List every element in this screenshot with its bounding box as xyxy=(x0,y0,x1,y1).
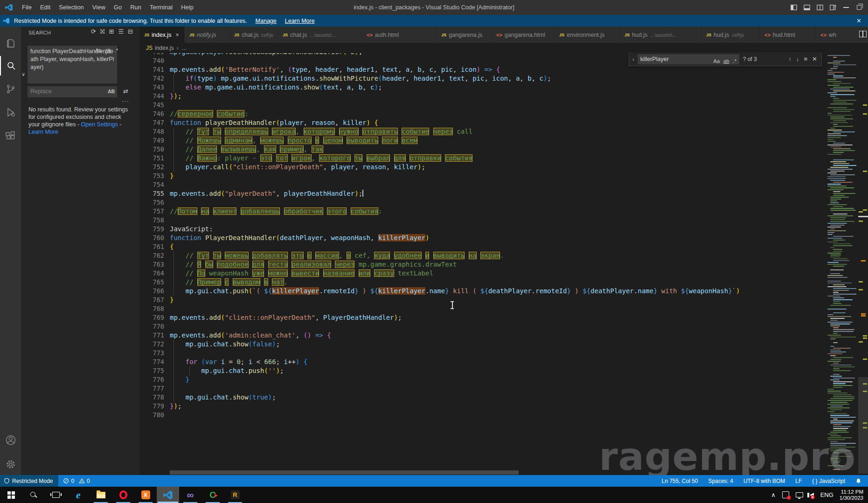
code-line[interactable]: 745 xyxy=(139,101,827,110)
match-whole-word-icon[interactable]: ab xyxy=(104,47,111,54)
run-debug-icon[interactable] xyxy=(0,103,21,122)
clear-search-results-icon[interactable]: ⛝ xyxy=(100,28,105,35)
opera-taskbar-icon[interactable] xyxy=(112,487,134,503)
find-previous-icon[interactable]: ↑ xyxy=(789,55,792,62)
menu-go[interactable]: Go xyxy=(110,0,126,15)
collapse-all-icon[interactable]: ⊟ xyxy=(128,28,133,35)
code-line[interactable]: 765 // Пример с выводом в чат. xyxy=(139,278,827,287)
search-icon[interactable] xyxy=(0,56,21,76)
tab-gangarena.js[interactable]: JSgangarena.js xyxy=(437,27,492,43)
status-lf[interactable]: LF xyxy=(795,478,802,484)
ragemp-taskbar-icon[interactable]: R xyxy=(224,487,246,503)
customize-layout-icon[interactable] xyxy=(828,2,838,13)
code-line[interactable]: 760function PlayerDeathHandler(deathPlay… xyxy=(139,234,827,242)
green-c-app-taskbar-icon[interactable]: C xyxy=(201,487,224,503)
find-regex-icon[interactable]: .* xyxy=(732,55,737,67)
settings-gear-icon[interactable] xyxy=(0,455,21,474)
code-line[interactable]: 780 xyxy=(139,411,827,420)
open-settings-link[interactable]: Open Settings xyxy=(81,121,118,128)
tab-chat.js[interactable]: JSchat.jscef\js xyxy=(229,27,278,43)
code-line[interactable]: 779}); xyxy=(139,402,827,411)
code-line[interactable]: 778 mp.gui.chat.show(true); xyxy=(139,393,827,402)
network-icon[interactable] xyxy=(792,487,806,503)
explorer-icon[interactable] xyxy=(0,34,21,53)
toggle-panel-icon[interactable] xyxy=(802,2,812,13)
breadcrumb-file[interactable]: index.js xyxy=(155,45,174,51)
banner-manage-link[interactable]: Manage xyxy=(256,18,277,24)
xampp-taskbar-icon[interactable]: X xyxy=(134,487,157,503)
status-utf-8-with-bom[interactable]: UTF-8 with BOM xyxy=(743,478,785,484)
code-line[interactable]: 757//Потом на клиент добавляешь обработч… xyxy=(139,207,827,216)
menu-selection[interactable]: Selection xyxy=(55,0,88,15)
view-as-tree-icon[interactable]: ☰ xyxy=(118,28,124,35)
task-view-taskbar-icon[interactable] xyxy=(45,487,67,503)
menu-terminal[interactable]: Terminal xyxy=(146,0,177,15)
banner-close-icon[interactable]: ✕ xyxy=(856,17,861,24)
vertical-scrollbar[interactable] xyxy=(858,377,868,474)
horizontal-scrollbar-thumb[interactable] xyxy=(170,470,519,475)
code-line[interactable]: 754 xyxy=(139,180,827,189)
code-line[interactable]: 751 // Важно: player - это тот игрок, ко… xyxy=(139,154,827,163)
tab-chat.js[interactable]: JSchat.js...\assets\... xyxy=(278,27,362,43)
menu-help[interactable]: Help xyxy=(177,0,198,15)
language-indicator[interactable]: ENG xyxy=(817,487,837,503)
breadcrumb[interactable]: JS index.js › … xyxy=(139,43,868,53)
code-line[interactable]: 767} xyxy=(139,296,827,304)
find-input[interactable]: killerPlayer Aa ab .* xyxy=(638,54,739,64)
use-regex-icon[interactable]: .* xyxy=(114,47,119,54)
code-line[interactable]: 742 if(type) mp.game.ui.notifications.sh… xyxy=(139,74,827,83)
menu-view[interactable]: View xyxy=(88,0,110,15)
status-ln-755-col-50[interactable]: Ln 755, Col 50 xyxy=(661,478,698,484)
source-control-icon[interactable] xyxy=(0,79,21,99)
code-line[interactable]: 747function playerDeathHandler(player, r… xyxy=(139,118,827,127)
menu-run[interactable]: Run xyxy=(126,0,146,15)
code-line[interactable]: 752 player.call("client::onPlayerDeath",… xyxy=(139,163,827,172)
code-line[interactable]: 758 xyxy=(139,216,827,225)
code-line[interactable]: 774 for (var i = 0; i < 666; i++) { xyxy=(139,358,827,366)
volume-muted-icon[interactable]: ✕ xyxy=(806,487,817,503)
minimap[interactable] xyxy=(826,53,856,474)
code-line[interactable]: 743 else mp.game.ui.notifications.show(t… xyxy=(139,83,827,92)
split-editor-icon[interactable] xyxy=(859,31,867,37)
find-next-icon[interactable]: ↓ xyxy=(796,55,799,62)
code-line[interactable]: 761{ xyxy=(139,242,827,251)
code-line[interactable]: 775 mp.gui.chat.push(''); xyxy=(139,366,827,375)
code-line[interactable]: 777 xyxy=(139,384,827,393)
find-match-case-icon[interactable]: Aa xyxy=(713,55,721,67)
toggle-sidebar-icon[interactable] xyxy=(789,2,799,13)
code-line[interactable]: 762 // Тут ты можешь добавлять это в мас… xyxy=(139,251,827,260)
tab-notify.js[interactable]: JSnotify.js xyxy=(185,27,229,43)
horizontal-scrollbar[interactable] xyxy=(139,470,827,475)
start-taskbar-icon[interactable] xyxy=(0,487,22,503)
toggle-secondary-sidebar-icon[interactable] xyxy=(815,2,825,13)
code-line[interactable]: 741mp.events.add('BetterNotify', (type, … xyxy=(139,65,827,74)
tab-hud.html[interactable]: <>hud.html xyxy=(760,27,816,43)
extensions-icon[interactable] xyxy=(0,126,21,145)
breadcrumb-rest[interactable]: … xyxy=(181,45,187,51)
status-javascript[interactable]: { } JavaScript xyxy=(812,478,845,484)
code-line[interactable]: 770 xyxy=(139,322,827,331)
tab-gangarena.html[interactable]: <>gangarena.html xyxy=(492,27,555,43)
replace-input[interactable]: Replace xyxy=(28,86,117,97)
file-explorer-taskbar-icon[interactable] xyxy=(90,487,112,503)
code-line[interactable]: 771mp.events.add('admin:clean_chat', () … xyxy=(139,331,827,340)
problems-status[interactable]: 0 0 xyxy=(58,478,94,484)
internet-explorer-taskbar-icon[interactable]: e xyxy=(67,487,90,503)
code-line[interactable]: 764 // По weaponHash уже можно вывести н… xyxy=(139,269,827,278)
open-new-search-editor-icon[interactable]: ⊞ xyxy=(109,28,114,35)
visual-studio-taskbar-icon[interactable]: ∞ xyxy=(179,487,201,503)
status-spaces-4[interactable]: Spaces: 4 xyxy=(708,478,733,484)
search-details-icon[interactable]: ··· xyxy=(122,97,129,104)
code-line[interactable]: 773 xyxy=(139,349,827,358)
toggle-replace-icon[interactable]: ∨ xyxy=(21,71,25,77)
code-line[interactable]: 749 // Можешь админам, можешь просто в ц… xyxy=(139,136,827,145)
tab-hud.js[interactable]: JShud.jscef\js xyxy=(701,27,760,43)
replace-all-icon[interactable]: ⇄ xyxy=(123,88,128,95)
preserve-case-icon[interactable]: AB xyxy=(108,89,137,94)
taskbar-search-taskbar-icon[interactable] xyxy=(22,487,45,503)
code-line[interactable]: 776 } xyxy=(139,375,827,384)
code-line[interactable]: 756 xyxy=(139,198,827,207)
menu-file[interactable]: File xyxy=(18,0,36,15)
code-line[interactable]: 769mp.events.add("client::onPlayerDeath"… xyxy=(139,313,827,322)
code-line[interactable]: 755mp.events.add("playerDeath", playerDe… xyxy=(139,189,827,198)
